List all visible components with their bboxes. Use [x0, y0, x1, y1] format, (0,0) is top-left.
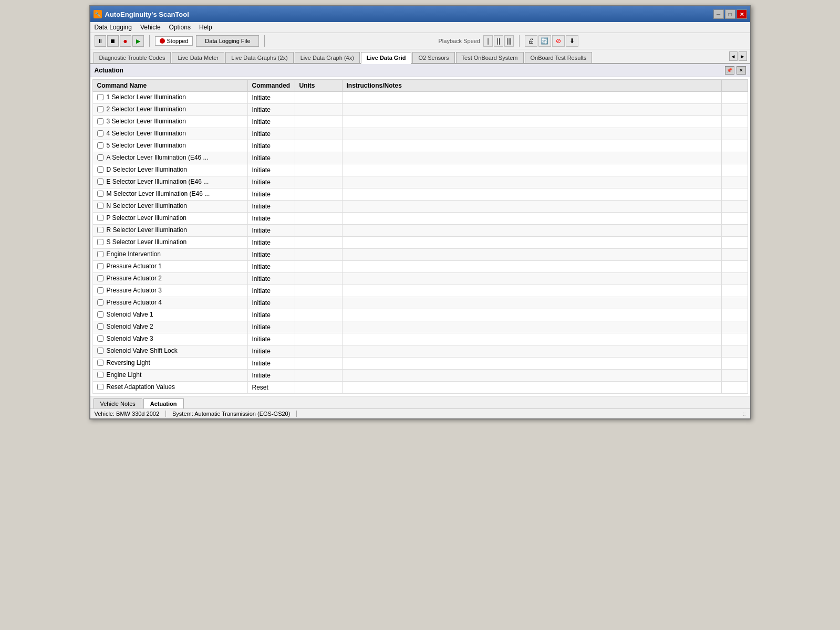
close-button[interactable]: ✕ — [737, 9, 747, 19]
row-units — [295, 249, 342, 261]
menu-help[interactable]: Help — [199, 24, 212, 31]
row-checkbox-label[interactable]: 4 Selector Lever Illumination — [97, 130, 186, 137]
print-button[interactable]: 🖨 — [525, 35, 537, 47]
row-checkbox-input[interactable] — [97, 130, 103, 136]
row-checkbox-input[interactable] — [97, 203, 103, 209]
tab-live-data-grid[interactable]: Live Data Grid — [361, 52, 412, 64]
minimize-button[interactable]: ─ — [713, 9, 724, 19]
tab-live-data-meter[interactable]: Live Data Meter — [172, 52, 224, 63]
row-checkbox-label[interactable]: Solenoid Valve 3 — [97, 335, 153, 342]
data-logging-file-button[interactable]: Data Logging File — [196, 35, 259, 47]
row-checkbox-label[interactable]: S Selector Lever Illumination — [97, 238, 187, 246]
stop-red-button[interactable]: ⊘ — [552, 35, 565, 47]
row-checkbox-label[interactable]: Engine Light — [97, 371, 142, 379]
row-checkbox-label[interactable]: Solenoid Valve 1 — [97, 311, 153, 318]
row-checkbox-label[interactable]: Reversing Light — [97, 359, 150, 366]
tab-test-onboard-system[interactable]: Test OnBoard System — [456, 52, 524, 63]
row-notes — [342, 104, 721, 116]
row-checkbox-input[interactable] — [97, 335, 103, 342]
row-checkbox-input[interactable] — [97, 154, 103, 161]
row-notes — [342, 188, 721, 201]
pause-button[interactable]: ⏸ — [95, 35, 106, 47]
row-name-text: Solenoid Valve Shift Lock — [107, 347, 178, 354]
row-checkbox-input[interactable] — [97, 239, 103, 245]
row-checkbox-label[interactable]: Solenoid Valve 2 — [97, 323, 153, 330]
row-checkbox-input[interactable] — [97, 94, 103, 100]
row-checkbox-label[interactable]: E Selector Lever Illumination (E46 ... — [97, 178, 209, 185]
tab-onboard-test-results[interactable]: OnBoard Test Results — [525, 52, 593, 63]
content-area: Command Name Commanded Units Instruction… — [90, 77, 750, 396]
row-checkbox-label[interactable]: D Selector Lever Illumination — [97, 166, 187, 173]
row-checkbox-input[interactable] — [97, 263, 103, 269]
row-checkbox-input[interactable] — [97, 275, 103, 281]
row-checkbox-label[interactable]: 5 Selector Lever Illumination — [97, 142, 186, 149]
tab-o2-sensors[interactable]: O2 Sensors — [412, 52, 454, 63]
row-checkbox-label[interactable]: Reset Adaptation Values — [97, 383, 175, 391]
row-checkbox-input[interactable] — [97, 372, 103, 378]
tab-live-data-graphs-2x[interactable]: Live Data Graphs (2x) — [225, 52, 294, 63]
row-units — [295, 273, 342, 285]
row-checkbox-input[interactable] — [97, 166, 103, 173]
tab-nav-left[interactable]: ◄ — [729, 51, 738, 61]
row-checkbox-label[interactable]: A Selector Lever Illumination (E46 ... — [97, 154, 209, 161]
row-command-name: D Selector Lever Illumination — [92, 164, 247, 176]
pb-slow-button[interactable]: | — [483, 35, 493, 47]
row-checkbox-label[interactable]: 2 Selector Lever Illumination — [97, 106, 186, 113]
play-button[interactable]: ▶ — [132, 35, 144, 47]
row-notes — [342, 225, 721, 237]
row-name-text: Reversing Light — [107, 359, 150, 366]
stop-button[interactable]: ⏹ — [107, 35, 119, 47]
row-checkbox-input[interactable] — [97, 360, 103, 366]
pb-fast-button[interactable]: ||| — [504, 35, 514, 47]
row-checkbox-input[interactable] — [97, 227, 103, 233]
row-checkbox-label[interactable]: P Selector Lever Illumination — [97, 214, 187, 222]
tab-diagnostic-trouble-codes[interactable]: Diagnostic Trouble Codes — [94, 52, 171, 63]
row-checkbox-input[interactable] — [97, 384, 103, 390]
menu-vehicle[interactable]: Vehicle — [140, 24, 161, 31]
pb-med-button[interactable]: || — [494, 35, 503, 47]
row-checkbox-input[interactable] — [97, 311, 103, 318]
refresh-button[interactable]: 🔄 — [538, 35, 551, 47]
row-commanded: Initiate — [247, 152, 295, 164]
row-notes — [342, 201, 721, 213]
row-checkbox-label[interactable]: R Selector Lever Illumination — [97, 226, 187, 234]
section-pin-button[interactable]: 📌 — [725, 66, 734, 75]
row-name-text: P Selector Lever Illumination — [107, 214, 187, 222]
tab-nav-right[interactable]: ► — [739, 51, 747, 61]
row-checkbox-label[interactable]: Pressure Actuator 2 — [97, 275, 162, 282]
col-header-instructions: Instructions/Notes — [342, 80, 721, 92]
row-checkbox-input[interactable] — [97, 287, 103, 293]
row-notes — [342, 333, 721, 345]
row-checkbox-input[interactable] — [97, 191, 103, 197]
row-extra — [721, 382, 748, 394]
row-checkbox-label[interactable]: M Selector Lever Illumination (E46 ... — [97, 190, 210, 197]
row-checkbox-label[interactable]: Solenoid Valve Shift Lock — [97, 347, 178, 354]
record-button[interactable]: ● — [120, 35, 131, 47]
row-checkbox-input[interactable] — [97, 215, 103, 221]
toolbar-sep-2 — [264, 35, 265, 47]
row-checkbox-label[interactable]: Engine Intervention — [97, 250, 161, 258]
row-checkbox-label[interactable]: 3 Selector Lever Illumination — [97, 118, 186, 125]
row-checkbox-input[interactable] — [97, 118, 103, 124]
row-checkbox-label[interactable]: 1 Selector Lever Illumination — [97, 93, 186, 101]
row-checkbox-input[interactable] — [97, 251, 103, 257]
resize-grip[interactable]: :: — [743, 411, 746, 417]
row-checkbox-label[interactable]: N Selector Lever Illumination — [97, 202, 187, 209]
maximize-button[interactable]: □ — [725, 9, 735, 19]
menu-options[interactable]: Options — [169, 24, 191, 31]
section-close-button[interactable]: ✕ — [737, 66, 746, 75]
row-checkbox-input[interactable] — [97, 142, 103, 149]
row-checkbox-input[interactable] — [97, 106, 103, 112]
row-checkbox-label[interactable]: Pressure Actuator 4 — [97, 299, 162, 306]
row-checkbox-input[interactable] — [97, 178, 103, 185]
bottom-tab-vehicle-notes[interactable]: Vehicle Notes — [94, 398, 142, 408]
download-button[interactable]: ⬇ — [566, 35, 578, 47]
row-checkbox-label[interactable]: Pressure Actuator 1 — [97, 262, 162, 270]
menu-data-logging[interactable]: Data Logging — [95, 24, 132, 31]
row-checkbox-input[interactable] — [97, 348, 103, 354]
tab-live-data-graph-4x[interactable]: Live Data Graph (4x) — [295, 52, 360, 63]
row-checkbox-input[interactable] — [97, 323, 103, 330]
row-checkbox-input[interactable] — [97, 299, 103, 306]
row-checkbox-label[interactable]: Pressure Actuator 3 — [97, 287, 162, 294]
bottom-tab-actuation[interactable]: Actuation — [143, 398, 184, 408]
